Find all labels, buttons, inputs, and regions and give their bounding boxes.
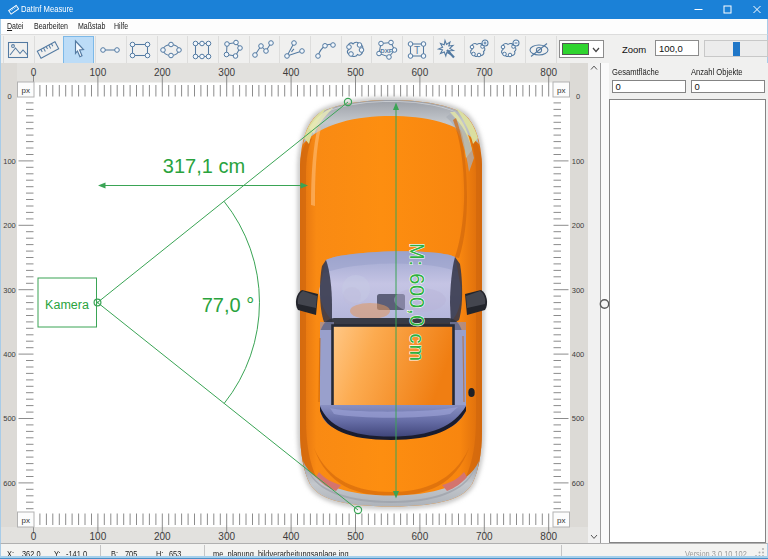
svg-text:800: 800 xyxy=(540,531,557,542)
svg-text:100: 100 xyxy=(90,67,107,78)
svg-text:px: px xyxy=(557,86,565,95)
svg-text:100: 100 xyxy=(3,157,16,166)
svg-text:200: 200 xyxy=(154,67,171,78)
svg-text:200: 200 xyxy=(572,221,585,230)
svg-text:400: 400 xyxy=(572,350,585,359)
svg-text:600: 600 xyxy=(412,67,429,78)
svg-text:200: 200 xyxy=(3,221,16,230)
svg-text:0: 0 xyxy=(7,92,11,101)
svg-text:T: T xyxy=(414,45,420,56)
svg-text:300: 300 xyxy=(572,286,585,295)
svg-text:DXF: DXF xyxy=(380,47,393,54)
svg-text:0: 0 xyxy=(31,67,37,78)
svg-text:600: 600 xyxy=(412,531,429,542)
svg-text:0: 0 xyxy=(31,531,37,542)
svg-text:Kamera: Kamera xyxy=(45,298,89,312)
svg-text:400: 400 xyxy=(3,350,16,359)
svg-text:400: 400 xyxy=(283,67,300,78)
svg-text:0: 0 xyxy=(576,92,580,101)
svg-text:500: 500 xyxy=(347,67,364,78)
svg-text:317,1 cm: 317,1 cm xyxy=(163,155,245,177)
svg-text:300: 300 xyxy=(218,67,235,78)
svg-text:700: 700 xyxy=(476,67,493,78)
svg-text:200: 200 xyxy=(154,531,171,542)
svg-text:77,0 °: 77,0 ° xyxy=(202,294,254,316)
svg-text:700: 700 xyxy=(476,531,493,542)
svg-text:500: 500 xyxy=(347,531,364,542)
svg-text:px: px xyxy=(21,516,29,525)
svg-text:600: 600 xyxy=(572,479,585,488)
svg-text:300: 300 xyxy=(218,531,235,542)
svg-text:px: px xyxy=(557,516,565,525)
svg-text:M: 600,0 cm: M: 600,0 cm xyxy=(406,243,428,362)
svg-text:px: px xyxy=(21,86,29,95)
svg-text:100: 100 xyxy=(90,531,107,542)
svg-text:600: 600 xyxy=(3,479,16,488)
svg-text:500: 500 xyxy=(572,414,585,423)
svg-text:400: 400 xyxy=(283,531,300,542)
svg-text:100: 100 xyxy=(572,157,585,166)
svg-text:800: 800 xyxy=(540,67,557,78)
svg-text:500: 500 xyxy=(3,414,16,423)
svg-text:300: 300 xyxy=(3,286,16,295)
